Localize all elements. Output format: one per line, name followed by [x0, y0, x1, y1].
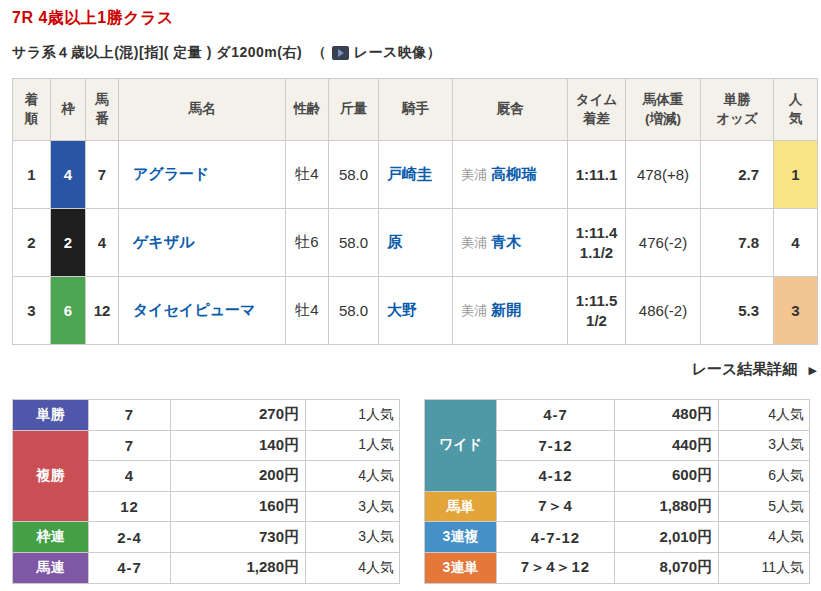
combination: 7-12: [497, 430, 615, 461]
payout-row: 複勝 7 140円 1人気: [13, 430, 400, 461]
horse-name-link[interactable]: ゲキザル: [133, 233, 194, 250]
race-conditions: サラ系４歳以上(混)[指]( 定量 ) ダ1200m(右) （ レース映像 ）: [12, 44, 821, 62]
win-odds: 7.8: [701, 209, 774, 277]
time-margin: 1:11.5 1/2: [568, 277, 626, 345]
payout-popularity: 4人気: [306, 461, 400, 492]
payout-row: 3連単 7＞4＞12 8,070円 11人気: [425, 552, 810, 583]
col-header-horse-name: 馬名: [119, 79, 286, 141]
jockey-cell: 大野: [379, 277, 453, 345]
weight-carried: 58.0: [329, 277, 379, 345]
weight-carried: 58.0: [329, 141, 379, 209]
payout-row: 馬単 7＞4 1,880円 5人気: [425, 491, 810, 522]
win-odds: 5.3: [701, 277, 774, 345]
payout-amount: 440円: [615, 430, 719, 461]
time-margin: 1:11.1: [568, 141, 626, 209]
bet-type-trifecta: 3連単: [425, 552, 497, 583]
race-conditions-text: サラ系４歳以上(混)[指]( 定量 ) ダ1200m(右): [12, 44, 302, 62]
payout-table-left: 単勝 7 270円 1人気 複勝 7 140円 1人気 4 200円 4人気: [12, 399, 400, 584]
col-header-popularity: 人 気: [774, 79, 818, 141]
payout-popularity: 1人気: [306, 430, 400, 461]
finish-position: 2: [13, 209, 51, 277]
bet-type-trio: 3連複: [425, 522, 497, 553]
payout-row: ワイド 4-7 480円 4人気: [425, 400, 810, 431]
col-header-horse-number: 馬 番: [86, 79, 119, 141]
payout-section: 単勝 7 270円 1人気 複勝 7 140円 1人気 4 200円 4人気: [12, 399, 821, 584]
payout-amount: 480円: [615, 400, 719, 431]
combination: 4-12: [497, 461, 615, 492]
combination: 4-7: [89, 552, 171, 583]
jockey-cell: 戸崎圭: [379, 141, 453, 209]
paren-open: （: [312, 44, 327, 62]
race-result-detail-label: レース結果詳細: [692, 360, 798, 377]
finish-position: 3: [13, 277, 51, 345]
popularity: 1: [774, 141, 818, 209]
payout-amount: 1,880円: [615, 491, 719, 522]
col-header-bracket: 枠: [51, 79, 86, 141]
col-header-time-margin: タイム 着差: [568, 79, 626, 141]
combination: 7＞4＞12: [497, 552, 615, 583]
race-result-detail-link[interactable]: レース結果詳細 ▶: [692, 360, 817, 377]
bet-type-win: 単勝: [13, 400, 89, 431]
payout-row: 枠連 2-4 730円 3人気: [13, 522, 400, 553]
horse-number: 12: [86, 277, 119, 345]
col-header-sex-age: 性齢: [286, 79, 329, 141]
trainer-link[interactable]: 高柳瑞: [491, 165, 536, 182]
win-odds: 2.7: [701, 141, 774, 209]
result-row-2: 2 2 4 ゲキザル 牡6 58.0 原 美浦 青木 1:11.4 1.1/2 …: [13, 209, 818, 277]
stable-cell: 美浦 青木: [453, 209, 568, 277]
col-header-body-weight: 馬体重 (増減): [626, 79, 701, 141]
sex-age: 牡6: [286, 209, 329, 277]
bracket-number: 6: [51, 277, 86, 345]
payout-popularity: 1人気: [306, 400, 400, 431]
combination: 7＞4: [497, 491, 615, 522]
col-header-finish: 着 順: [13, 79, 51, 141]
payout-row: 3連複 4-7-12 2,010円 4人気: [425, 522, 810, 553]
race-video-link[interactable]: レース映像: [327, 44, 427, 62]
jockey-link[interactable]: 大野: [387, 301, 417, 318]
bet-type-exacta: 馬単: [425, 491, 497, 522]
bracket-number: 4: [51, 141, 86, 209]
combination: 4: [89, 461, 171, 492]
stable-area-label: 美浦: [461, 167, 487, 182]
page: 7R 4歳以上1勝クラス サラ系４歳以上(混)[指]( 定量 ) ダ1200m(…: [0, 0, 821, 584]
sex-age: 牡4: [286, 141, 329, 209]
payout-amount: 2,010円: [615, 522, 719, 553]
detail-link-row: レース結果詳細 ▶: [12, 360, 817, 379]
payout-popularity: 3人気: [719, 430, 810, 461]
trainer-link[interactable]: 青木: [491, 233, 521, 250]
video-play-icon: [332, 46, 349, 60]
horse-name-cell: ゲキザル: [119, 209, 286, 277]
combination: 7: [89, 430, 171, 461]
payout-popularity: 4人気: [306, 552, 400, 583]
payout-amount: 600円: [615, 461, 719, 492]
finish-position: 1: [13, 141, 51, 209]
paren-close: ）: [427, 44, 442, 62]
horse-name-cell: アグラード: [119, 141, 286, 209]
weight-carried: 58.0: [329, 209, 379, 277]
jockey-link[interactable]: 戸崎圭: [387, 165, 432, 182]
chevron-right-icon: ▶: [809, 364, 817, 376]
jockey-link[interactable]: 原: [387, 233, 402, 250]
body-weight: 478(+8): [626, 141, 701, 209]
combination: 2-4: [89, 522, 171, 553]
stable-area-label: 美浦: [461, 235, 487, 250]
payout-amount: 270円: [171, 400, 306, 431]
race-results-table: 着 順 枠 馬 番 馬名 性齢 斤量 騎手 厩舎 タイム 着差 馬体重 (増減)…: [12, 78, 818, 345]
payout-table-right: ワイド 4-7 480円 4人気 7-12 440円 3人気 4-12 600円…: [424, 399, 810, 584]
payout-row: 馬連 4-7 1,280円 4人気: [13, 552, 400, 583]
payout-popularity: 6人気: [719, 461, 810, 492]
horse-name-link[interactable]: タイセイピューマ: [133, 301, 255, 318]
body-weight: 476(-2): [626, 209, 701, 277]
payout-amount: 140円: [171, 430, 306, 461]
payout-amount: 1,280円: [171, 552, 306, 583]
bet-type-wide: ワイド: [425, 400, 497, 492]
payout-popularity: 11人気: [719, 552, 810, 583]
bet-type-bracket-quinella: 枠連: [13, 522, 89, 553]
race-video-label: レース映像: [354, 44, 427, 62]
trainer-link[interactable]: 新開: [491, 301, 521, 318]
stable-cell: 美浦 新開: [453, 277, 568, 345]
payout-popularity: 3人気: [306, 522, 400, 553]
col-header-jockey: 騎手: [379, 79, 453, 141]
horse-name-link[interactable]: アグラード: [133, 165, 209, 182]
combination: 7: [89, 400, 171, 431]
